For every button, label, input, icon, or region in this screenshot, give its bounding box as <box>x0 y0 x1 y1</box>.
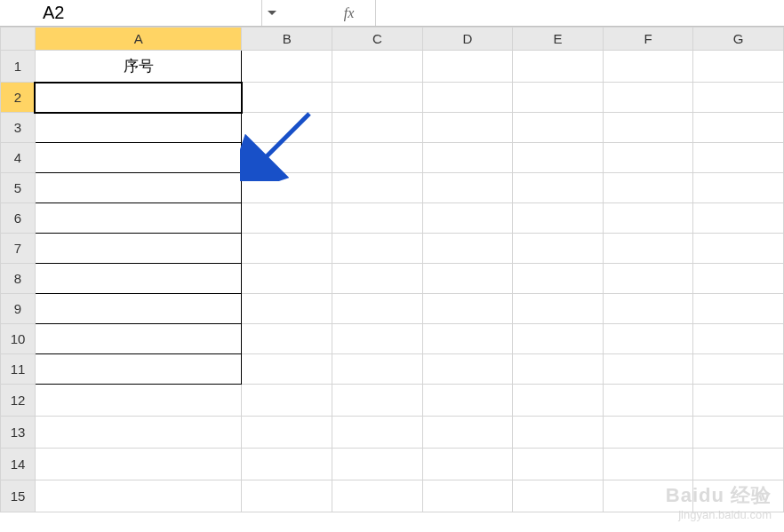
name-box-input[interactable] <box>43 3 268 23</box>
cell-G4[interactable] <box>693 143 784 173</box>
column-header-F[interactable]: F <box>603 28 693 51</box>
cell-E10[interactable] <box>513 324 604 354</box>
cell-F6[interactable] <box>603 203 693 234</box>
cell-G11[interactable] <box>693 354 784 385</box>
cell-D1[interactable] <box>422 51 513 83</box>
cell-A12[interactable] <box>35 385 242 417</box>
cell-C10[interactable] <box>332 324 423 354</box>
cell-B2[interactable] <box>242 83 332 113</box>
row-header-2[interactable]: 2 <box>1 83 36 113</box>
cell-C5[interactable] <box>332 173 423 203</box>
cell-G5[interactable] <box>693 173 784 203</box>
cell-E2[interactable] <box>513 83 604 113</box>
cell-C2[interactable] <box>332 83 423 113</box>
cell-F14[interactable] <box>603 449 693 480</box>
cell-E6[interactable] <box>513 203 604 234</box>
cell-E3[interactable] <box>513 113 604 143</box>
cell-G8[interactable] <box>693 264 784 294</box>
cell-B11[interactable] <box>242 354 332 385</box>
cell-C6[interactable] <box>332 203 423 234</box>
cell-D15[interactable] <box>422 480 513 512</box>
cell-D8[interactable] <box>422 264 513 294</box>
cell-F4[interactable] <box>603 143 693 173</box>
cell-A8[interactable] <box>35 264 242 294</box>
row-header-11[interactable]: 11 <box>1 354 36 385</box>
row-header-5[interactable]: 5 <box>1 173 36 203</box>
cell-A13[interactable] <box>35 417 242 449</box>
cell-A7[interactable] <box>35 234 242 264</box>
cell-B3[interactable] <box>242 113 332 143</box>
cell-G12[interactable] <box>693 385 784 417</box>
cell-A14[interactable] <box>35 449 242 480</box>
cell-C4[interactable] <box>332 143 423 173</box>
cell-B14[interactable] <box>242 449 332 480</box>
cell-C8[interactable] <box>332 264 423 294</box>
cell-A11[interactable] <box>35 354 242 385</box>
row-header-13[interactable]: 13 <box>1 417 36 449</box>
cell-G15[interactable] <box>693 480 784 512</box>
cell-D2[interactable] <box>422 83 513 113</box>
cell-C3[interactable] <box>332 113 423 143</box>
cell-G6[interactable] <box>693 203 784 234</box>
cell-F11[interactable] <box>603 354 693 385</box>
cell-A4[interactable] <box>35 143 242 173</box>
cell-E13[interactable] <box>513 417 604 449</box>
cell-E8[interactable] <box>513 264 604 294</box>
cell-F1[interactable] <box>603 51 693 83</box>
cell-E11[interactable] <box>513 354 604 385</box>
cell-A6[interactable] <box>35 203 242 234</box>
cell-F15[interactable] <box>603 480 693 512</box>
column-header-B[interactable]: B <box>242 28 332 51</box>
row-header-7[interactable]: 7 <box>1 234 36 264</box>
cell-E5[interactable] <box>513 173 604 203</box>
cell-B9[interactable] <box>242 294 332 324</box>
cell-C15[interactable] <box>332 480 423 512</box>
cell-E14[interactable] <box>513 449 604 480</box>
cell-D14[interactable] <box>422 449 513 480</box>
cell-D9[interactable] <box>422 294 513 324</box>
cell-D13[interactable] <box>422 417 513 449</box>
cell-F9[interactable] <box>603 294 693 324</box>
cell-D4[interactable] <box>422 143 513 173</box>
row-header-12[interactable]: 12 <box>1 385 36 417</box>
cell-C13[interactable] <box>332 417 423 449</box>
cell-G3[interactable] <box>693 113 784 143</box>
cell-A15[interactable] <box>35 480 242 512</box>
row-header-9[interactable]: 9 <box>1 294 36 324</box>
cell-D10[interactable] <box>422 324 513 354</box>
cell-A9[interactable] <box>35 294 242 324</box>
cell-D3[interactable] <box>422 113 513 143</box>
cell-B7[interactable] <box>242 234 332 264</box>
cell-B15[interactable] <box>242 480 332 512</box>
cell-G9[interactable] <box>693 294 784 324</box>
row-header-8[interactable]: 8 <box>1 264 36 294</box>
cell-B5[interactable] <box>242 173 332 203</box>
column-header-C[interactable]: C <box>332 28 423 51</box>
cell-G2[interactable] <box>693 83 784 113</box>
cell-E15[interactable] <box>513 480 604 512</box>
cell-A10[interactable] <box>35 324 242 354</box>
column-header-D[interactable]: D <box>422 28 513 51</box>
cell-C9[interactable] <box>332 294 423 324</box>
cell-F2[interactable] <box>603 83 693 113</box>
insert-function-button[interactable]: fx <box>323 0 376 26</box>
cell-F3[interactable] <box>603 113 693 143</box>
select-all-corner[interactable] <box>1 28 36 51</box>
cell-E7[interactable] <box>513 234 604 264</box>
formula-input[interactable] <box>376 0 784 26</box>
cell-B8[interactable] <box>242 264 332 294</box>
cell-F8[interactable] <box>603 264 693 294</box>
cell-E1[interactable] <box>513 51 604 83</box>
cell-B6[interactable] <box>242 203 332 234</box>
cell-B10[interactable] <box>242 324 332 354</box>
cell-B1[interactable] <box>242 51 332 83</box>
column-header-G[interactable]: G <box>693 28 784 51</box>
cell-D11[interactable] <box>422 354 513 385</box>
cell-C7[interactable] <box>332 234 423 264</box>
cell-D12[interactable] <box>422 385 513 417</box>
cell-D5[interactable] <box>422 173 513 203</box>
cell-F13[interactable] <box>603 417 693 449</box>
row-header-1[interactable]: 1 <box>1 51 36 83</box>
row-header-15[interactable]: 15 <box>1 480 36 512</box>
cell-A2[interactable] <box>35 83 242 113</box>
